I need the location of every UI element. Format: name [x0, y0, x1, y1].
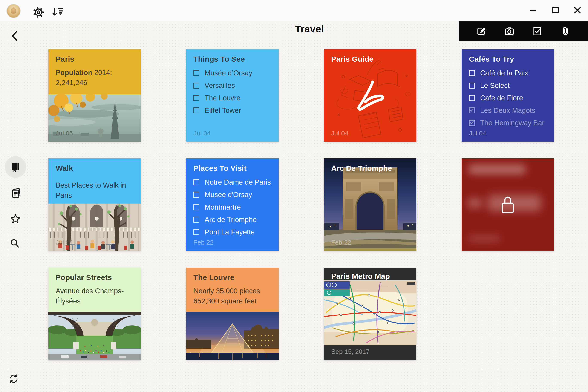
sort-descending-icon[interactable]	[52, 6, 63, 18]
checkbox-icon[interactable]	[469, 95, 475, 101]
checkbox-icon[interactable]	[469, 82, 475, 88]
close-button[interactable]	[572, 5, 582, 15]
checkbox-icon[interactable]	[194, 70, 200, 76]
note-date: Jul 06	[56, 130, 73, 137]
note-card-things-to-see[interactable]: Things To See Musée d’Orsay Versailles T…	[186, 49, 278, 142]
app-window: { "header": { "title": "Travel" }, "topb…	[0, 0, 588, 392]
checkbox-icon[interactable]	[194, 229, 200, 235]
note-card-paris-guide[interactable]: Paris Guide Jul 04	[324, 49, 416, 142]
note-card-the-louvre[interactable]: The Louvre Nearly 35,000 pieces 652,300 …	[186, 268, 278, 360]
note-title: Popular Streets	[56, 273, 134, 282]
note-title: Paris Metro Map	[331, 272, 390, 280]
note-card-locked[interactable]	[462, 158, 554, 251]
checklist-item-checked: Les Deux Magots	[469, 106, 547, 114]
checkbox-icon[interactable]	[194, 192, 200, 198]
acrobat-pdf-icon	[355, 79, 385, 112]
note-date: Sep 15, 2017	[331, 348, 370, 355]
checkbox-icon[interactable]	[194, 95, 200, 101]
checklist-item-checked: The Hemingway Bar	[469, 119, 547, 127]
sidebar-item-favorites[interactable]	[10, 213, 21, 224]
note-title: Places To Visit	[194, 164, 271, 172]
note-body-line: Best Places to Walk in Paris	[56, 180, 134, 200]
checklist-item: Montmartre	[194, 203, 271, 211]
checklist-item: Cafe de Flore	[469, 94, 547, 102]
checklist-item: Notre Dame de Paris	[194, 178, 271, 186]
notes-grid: Paris Population 2014: 2,241,246 Paris i…	[48, 49, 554, 360]
action-toolbar	[458, 21, 588, 42]
note-body-line: Nearly 35,000 pieces 652,300 square feet	[194, 286, 271, 306]
champ-de-mars-image	[48, 312, 141, 360]
note-body-line: Population 2014: 2,241,246	[56, 68, 134, 88]
avatar[interactable]	[6, 4, 21, 18]
page-title: Travel	[245, 23, 374, 35]
checklist-item: Musée d’Orsay	[194, 69, 271, 77]
checklist-item: Versailles	[194, 82, 271, 90]
checklist-item: Eiffel Tower	[194, 106, 271, 114]
note-card-walk[interactable]: Walk Best Places to Walk in Paris	[48, 158, 141, 251]
note-title: The Louvre	[194, 273, 271, 282]
note-date: Jul 04	[469, 130, 486, 137]
minimize-button[interactable]	[529, 5, 538, 15]
note-title: Walk	[56, 164, 134, 172]
note-title: Cafés To Try	[469, 55, 547, 64]
lock-icon	[499, 194, 516, 215]
checklist: Musée d’Orsay Versailles The Louvre Eiff…	[194, 69, 271, 114]
back-button[interactable]	[10, 30, 20, 42]
note-title: Things To See	[194, 55, 271, 64]
checkbox-icon[interactable]	[194, 82, 200, 88]
sidebar-item-search[interactable]	[9, 238, 20, 249]
checkbox-icon[interactable]	[194, 217, 200, 223]
note-card-paris[interactable]: Paris Population 2014: 2,241,246 Paris i…	[48, 49, 141, 142]
camera-icon[interactable]	[504, 26, 515, 36]
note-card-places-to-visit[interactable]: Places To Visit Notre Dame de Paris Muse…	[186, 158, 278, 251]
checkbox-icon[interactable]	[194, 108, 200, 114]
note-date: Feb 22	[194, 239, 214, 246]
note-title: Arc De Triomphe	[331, 164, 392, 172]
note-card-arc-de-triomphe[interactable]: Arc De Triomphe Feb 22	[324, 158, 416, 251]
top-bar	[0, 0, 588, 22]
checkbox-icon[interactable]	[194, 179, 200, 185]
new-note-icon[interactable]	[476, 26, 486, 36]
note-date: Jul 04	[56, 239, 73, 246]
note-card-popular-streets[interactable]: Popular Streets Avenue des Champs-Élysée…	[48, 268, 141, 360]
note-date: Jul 04	[331, 130, 348, 137]
note-card-cafes-to-try[interactable]: Cafés To Try Café de la Paix Le Select C…	[462, 49, 554, 142]
checklist-item: The Louvre	[194, 94, 271, 102]
checklist: Café de la Paix Le Select Cafe de Flore …	[469, 69, 547, 127]
note-date: Jul 04	[194, 130, 210, 137]
checkbox-checked-icon[interactable]	[469, 108, 475, 114]
sync-icon[interactable]	[8, 373, 19, 384]
sidebar-item-notecards[interactable]	[10, 188, 22, 200]
checklist-item: Pont La Fayette	[194, 228, 271, 236]
note-card-paris-metro-map[interactable]: Paris Metro Map	[324, 268, 416, 360]
note-title: Paris Guide	[331, 55, 409, 64]
maximize-button[interactable]	[550, 5, 560, 15]
checklist-item: Musee d'Orsay	[194, 191, 271, 199]
settings-gear-icon[interactable]	[33, 6, 44, 18]
checkbox-icon[interactable]	[194, 204, 200, 210]
note-title: Paris	[56, 55, 134, 64]
sidebar-item-notebooks[interactable]	[5, 156, 26, 178]
checklist: Notre Dame de Paris Musee d'Orsay Montma…	[194, 178, 271, 236]
note-date: Feb 22	[331, 239, 351, 246]
louvre-pyramid-image	[186, 312, 278, 360]
checklist-item: Café de la Paix	[469, 69, 547, 77]
note-body-line: Avenue des Champs-Élysées	[56, 286, 134, 306]
checkbox-checked-icon[interactable]	[469, 120, 475, 126]
metro-map-image	[324, 280, 416, 345]
checkbox-icon[interactable]	[469, 70, 475, 76]
checklist-item: Arc de Triomphe	[194, 216, 271, 224]
attachment-icon[interactable]	[560, 26, 571, 36]
checklist-item: Le Select	[469, 82, 547, 90]
checklist-icon[interactable]	[532, 26, 543, 36]
